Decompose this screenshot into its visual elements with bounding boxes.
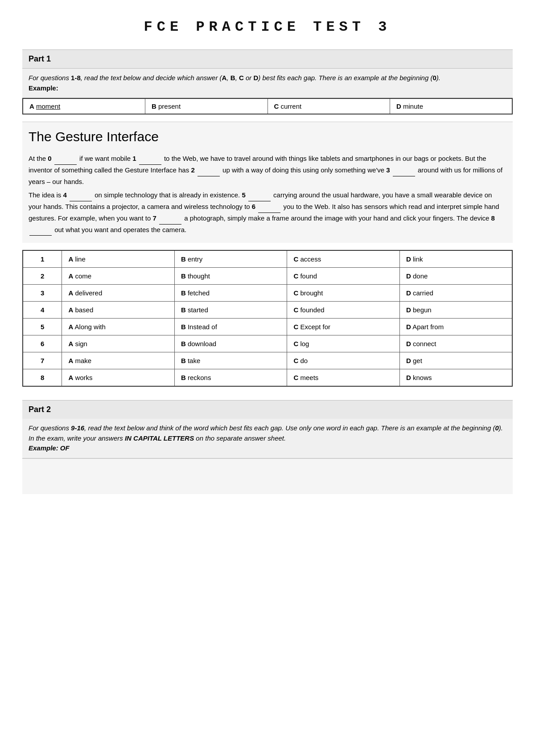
option-d: D get: [399, 352, 512, 369]
option-d: D done: [399, 268, 512, 285]
example-option-b: B present: [145, 98, 268, 114]
example-label: Example:: [29, 84, 58, 92]
table-row: 7 A make B take C do D get: [23, 352, 512, 369]
part2-heading: Part 2: [29, 405, 506, 414]
question-number: 4: [23, 302, 62, 319]
question-number: 7: [23, 352, 62, 369]
table-row: 6 A sign B download C log D connect: [23, 335, 512, 352]
part1-header: Part 1: [22, 49, 513, 69]
table-row: 4 A based B started C founded D begun: [23, 302, 512, 319]
option-d: D Apart from: [399, 319, 512, 335]
option-c: C found: [287, 268, 400, 285]
table-row: 5 A Along with B Instead of C Except for…: [23, 319, 512, 335]
option-a: A works: [62, 369, 175, 387]
option-c: C founded: [287, 302, 400, 319]
option-b: B fetched: [174, 285, 287, 302]
option-b: B thought: [174, 268, 287, 285]
option-c: C meets: [287, 369, 400, 387]
option-c: C Except for: [287, 319, 400, 335]
page-title-wrapper: FCE PRACTICE TEST 3: [22, 13, 513, 41]
option-a: A make: [62, 352, 175, 369]
option-a: A sign: [62, 335, 175, 352]
part1-section: Part 1 For questions 1-8, read the text …: [22, 49, 513, 387]
part2-example-label: Example: OF: [29, 444, 70, 452]
question-number: 5: [23, 319, 62, 335]
option-b: B started: [174, 302, 287, 319]
table-row: 1 A line B entry C access D link: [23, 250, 512, 268]
option-c: C log: [287, 335, 400, 352]
example-option-c: C current: [268, 98, 390, 114]
page-title: FCE PRACTICE TEST 3: [22, 13, 513, 41]
option-d: D link: [399, 250, 512, 268]
option-b: B Instead of: [174, 319, 287, 335]
table-row: 8 A works B reckons C meets D knows: [23, 369, 512, 387]
option-a: A based: [62, 302, 175, 319]
part1-instructions: For questions 1-8, read the text below a…: [22, 69, 513, 98]
part2-text-box: [22, 458, 513, 494]
option-b: B take: [174, 352, 287, 369]
question-number: 6: [23, 335, 62, 352]
option-d: D carried: [399, 285, 512, 302]
question-number: 3: [23, 285, 62, 302]
option-d: D knows: [399, 369, 512, 387]
part2-section: Part 2 For questions 9-16, read the text…: [22, 400, 513, 494]
question-number: 1: [23, 250, 62, 268]
option-a: A come: [62, 268, 175, 285]
question-number: 2: [23, 268, 62, 285]
option-d: D connect: [399, 335, 512, 352]
article-title: The Gesture Interface: [22, 122, 513, 149]
table-row: 3 A delivered B fetched C brought D carr…: [23, 285, 512, 302]
option-a: A delivered: [62, 285, 175, 302]
questions-table: 1 A line B entry C access D link 2 A com…: [22, 250, 513, 387]
option-b: B reckons: [174, 369, 287, 387]
part2-header: Part 2: [22, 400, 513, 419]
example-option-d: D minute: [390, 98, 513, 114]
part1-heading: Part 1: [29, 54, 506, 64]
example-option-a: A moment: [23, 98, 145, 114]
option-a: A Along with: [62, 319, 175, 335]
option-b: B download: [174, 335, 287, 352]
question-number: 8: [23, 369, 62, 387]
option-c: C brought: [287, 285, 400, 302]
option-a: A line: [62, 250, 175, 268]
option-b: B entry: [174, 250, 287, 268]
option-d: D begun: [399, 302, 512, 319]
table-row: 2 A come B thought C found D done: [23, 268, 512, 285]
article-paragraph-1: At the 0 if we want mobile 1 to the Web,…: [29, 153, 506, 187]
option-c: C do: [287, 352, 400, 369]
example-table: A moment B present C current D minute: [22, 98, 513, 114]
article-body: At the 0 if we want mobile 1 to the Web,…: [22, 149, 513, 243]
option-c: C access: [287, 250, 400, 268]
part2-instructions: For questions 9-16, read the text below …: [22, 419, 513, 458]
article-paragraph-2: The idea is 4 on simple technology that …: [29, 190, 506, 236]
